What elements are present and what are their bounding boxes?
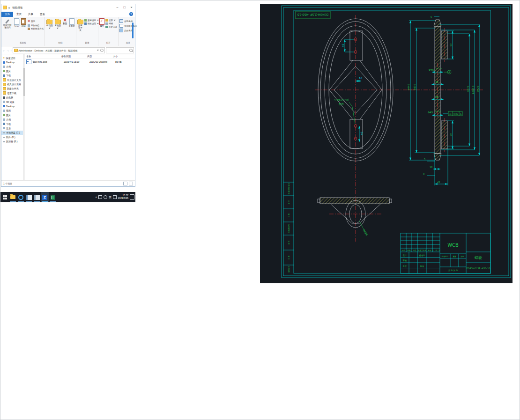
taskbar-document-app2[interactable]: [33, 192, 41, 202]
select-all-button[interactable]: 全部选择: [119, 19, 137, 23]
quick-access-toolbar[interactable]: |▾: [8, 6, 10, 9]
sidebar-item-this-pc[interactable]: 此电脑: [1, 96, 23, 100]
cad-viewport[interactable]: 借(通)用件登记 签 字 日 期 旧底图总号 签 字 日 期 底图总号 D343…: [260, 4, 513, 283]
paste-shortcut-icon: [28, 28, 30, 30]
paste-button[interactable]: 粘贴: [21, 18, 27, 28]
column-header-name[interactable]: 名称: [25, 55, 60, 58]
rename-button[interactable]: 重命名: [69, 18, 75, 28]
sidebar-item-downloads[interactable]: 下载: [1, 122, 23, 126]
help-button[interactable]: ?: [129, 12, 133, 16]
back-button[interactable]: ←: [2, 49, 6, 52]
window-title: 蜗轮模板: [13, 6, 23, 9]
section-view: Φ440 Φ390 Φ370 Φ380.8 Φ420 90: [407, 15, 479, 185]
maximize-button[interactable]: □: [121, 4, 128, 11]
sidebar-item-drive-d[interactable]: 软件 (D:): [1, 135, 23, 139]
copy-button[interactable]: 复制: [14, 18, 20, 28]
sidebar-item-quick-access[interactable]: ★快速访问: [1, 56, 23, 60]
taskbar-document-app[interactable]: [25, 192, 33, 202]
svg-text:比例: 比例: [461, 256, 464, 258]
notification-center-icon[interactable]: [130, 194, 134, 200]
edit-icon: [105, 22, 108, 25]
column-header-type[interactable]: 类型: [86, 55, 111, 58]
sidebar-item-desktop[interactable]: Desktop: [1, 104, 23, 108]
history-button[interactable]: 历史记录: [105, 26, 117, 28]
file-row[interactable]: 蜗轮模板.dwg 2016/7/1 13:29 ZWCAD Drawing 85…: [25, 59, 135, 64]
svg-text:处数: 处数: [408, 249, 411, 251]
delete-button[interactable]: × 删除: [62, 18, 68, 25]
file-explorer-window: |▾ 蜗轮模板 – □ × 文件 主页 共享 查看 ? 固定到快速访问: [1, 4, 135, 187]
sidebar-item-desktop[interactable]: Desktop: [1, 60, 23, 64]
up-button[interactable]: ↑: [10, 49, 12, 52]
select-none-button[interactable]: 全部取消选择: [119, 24, 137, 28]
cut-button[interactable]: ×剪切: [28, 19, 44, 23]
ribbon-group-clipboard: 固定到快速访问 复制 粘贴 ×剪切 复制路径 粘贴快捷方式: [1, 17, 45, 46]
volume-icon[interactable]: [104, 195, 107, 199]
sidebar-item-folder[interactable]: 新建文件夹: [1, 87, 23, 91]
svg-text:Φ45: Φ45: [428, 111, 433, 114]
breadcrumb-item[interactable]: Administrator: [18, 49, 34, 52]
tray-icon[interactable]: [113, 195, 117, 199]
column-header-date[interactable]: 修改日期: [60, 55, 86, 58]
tab-share[interactable]: 共享: [25, 12, 37, 17]
tab-home[interactable]: 主页: [13, 12, 25, 17]
ribbon-scrollbar[interactable]: [132, 22, 134, 38]
column-header-size[interactable]: 大小: [111, 55, 127, 58]
new-folder-button[interactable]: 新建文件夹: [77, 18, 83, 32]
taskbar-zwcad[interactable]: Z: [41, 192, 49, 202]
breadcrumb[interactable]: Administrator Desktop 大轮图 新建文件夹 蜗轮模板: [13, 47, 105, 53]
taskbar-browser[interactable]: [17, 192, 25, 202]
move-to-button[interactable]: 移动到: [46, 18, 53, 29]
breadcrumb-item[interactable]: 蜗轮模板: [68, 49, 78, 52]
properties-button[interactable]: 属性: [99, 18, 104, 28]
folder-icon: [3, 83, 6, 86]
tab-file[interactable]: 文件: [1, 12, 13, 17]
sidebar-item-pictures[interactable]: 图片: [1, 69, 23, 73]
forward-button[interactable]: →: [7, 49, 10, 52]
taskbar-spreadsheet[interactable]: [49, 192, 57, 202]
paste-shortcut-button[interactable]: 粘贴快捷方式: [28, 28, 44, 30]
sidebar-item-downloads[interactable]: 下载: [1, 74, 23, 78]
sidebar-item-drive-e[interactable]: 新加卷 (E:): [1, 139, 23, 143]
easy-access-icon: [84, 22, 87, 25]
taskbar-clock[interactable]: 15:57 2021/3/26: [118, 194, 128, 200]
tab-view[interactable]: 查看: [37, 12, 48, 17]
svg-text:年、月、日: 年、月、日: [432, 250, 440, 251]
tray-icon[interactable]: [98, 195, 102, 199]
tray-expand-icon[interactable]: ∧: [95, 196, 97, 199]
ime-indicator[interactable]: 英: [109, 196, 111, 199]
sidebar-item-music[interactable]: 音乐: [1, 126, 23, 130]
sidebar-item-3d-objects[interactable]: 3D 对象: [1, 100, 23, 104]
refresh-icon[interactable]: [100, 49, 104, 52]
copy-to-button[interactable]: 复制到: [54, 18, 61, 29]
sidebar-item-documents[interactable]: 文档: [1, 117, 23, 121]
history-icon: [105, 26, 108, 28]
search-box[interactable]: [106, 47, 134, 53]
sidebar-item-documents[interactable]: 文档: [1, 65, 23, 69]
taskbar-explorer[interactable]: [9, 192, 17, 202]
copy-path-button[interactable]: 复制路径: [28, 24, 44, 27]
address-dropdown-icon[interactable]: [97, 50, 99, 51]
breadcrumb-item[interactable]: 大轮图: [45, 49, 54, 52]
sidebar-item-folder[interactable]: 毕业设计文件: [1, 78, 23, 82]
details-view-button[interactable]: [123, 182, 127, 185]
sidebar-item-local-disk-c[interactable]: 本地磁盘 (C:): [1, 131, 23, 135]
invert-selection-button[interactable]: 反向选择: [119, 29, 137, 32]
easy-access-button[interactable]: 轻松访问: [84, 22, 99, 25]
pin-to-quick-access-button[interactable]: 固定到快速访问: [2, 18, 13, 29]
breadcrumb-item[interactable]: 新建文件夹: [54, 49, 68, 52]
computer-icon: [3, 96, 5, 99]
edit-button[interactable]: 编辑: [105, 22, 117, 25]
sidebar-item-folder[interactable]: 模具设计资料: [1, 82, 23, 86]
sidebar-item-folder[interactable]: 迅雷下载: [1, 91, 23, 95]
margin-strip: 借(通)用件登记 签 字 日 期 旧底图总号 签 字 日 期 底图总号: [283, 182, 294, 273]
minimize-button[interactable]: –: [114, 4, 121, 11]
start-button[interactable]: [0, 192, 9, 202]
close-button[interactable]: ×: [128, 4, 135, 11]
breadcrumb-item[interactable]: Desktop: [34, 49, 45, 52]
new-item-button[interactable]: 新建项目: [84, 19, 99, 22]
thumbnails-view-button[interactable]: [129, 182, 133, 185]
titlebar[interactable]: |▾ 蜗轮模板 – □ ×: [1, 4, 135, 11]
open-button[interactable]: 打开: [105, 19, 117, 22]
sidebar-item-videos[interactable]: 视频: [1, 109, 23, 113]
sidebar-item-pictures[interactable]: 图片: [1, 113, 23, 117]
